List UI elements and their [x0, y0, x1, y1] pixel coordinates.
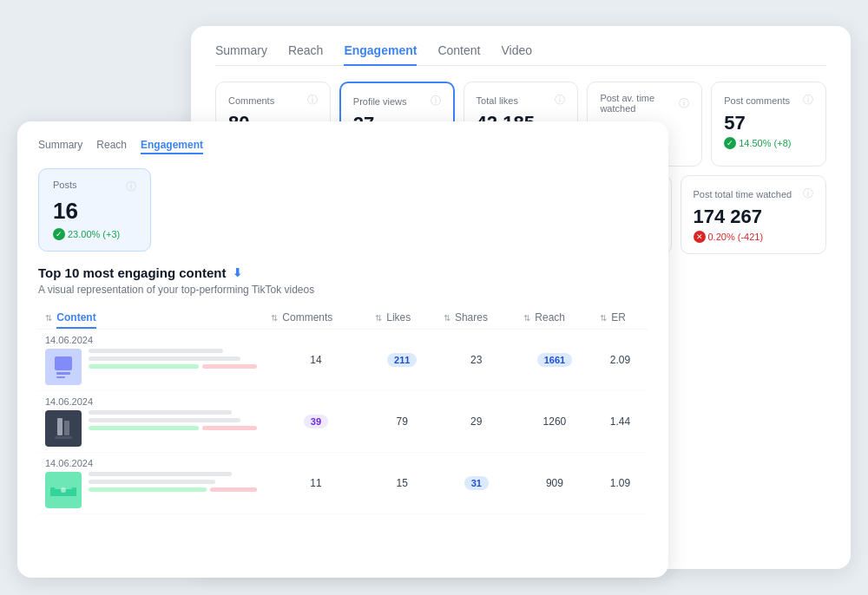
info-icon[interactable]: ⓘ: [126, 180, 136, 194]
front-tab-engagement[interactable]: Engagement: [141, 139, 203, 154]
reach-cell: 1260: [516, 391, 593, 453]
content-cell: 14.06.2024: [38, 453, 264, 514]
front-tab-summary[interactable]: Summary: [38, 139, 82, 154]
metric-value: 57: [724, 113, 813, 134]
tab-bar: Summary Reach Engagement Content Video: [215, 43, 826, 66]
th-content[interactable]: ⇅ Content: [38, 306, 264, 330]
change-dot: ✓: [724, 137, 736, 149]
er-cell: 1.44: [593, 391, 648, 453]
likes-cell: 15: [368, 453, 437, 514]
shares-cell: 31: [437, 453, 516, 514]
download-icon[interactable]: ⬇: [233, 266, 242, 279]
comments-cell: 39: [264, 391, 368, 453]
likes-cell: 79: [368, 391, 437, 453]
svg-rect-4: [64, 421, 69, 435]
th-shares[interactable]: ⇅ Shares: [437, 306, 516, 330]
tab-summary[interactable]: Summary: [215, 43, 267, 66]
info-icon[interactable]: ⓘ: [679, 96, 689, 111]
svg-rect-3: [57, 418, 62, 435]
front-tab-bar: Summary Reach Engagement: [38, 139, 648, 154]
table-row: 14.06.2024: [38, 391, 648, 453]
content-table: ⇅ Content ⇅ Comments ⇅ Likes ⇅ Shares ⇅: [38, 306, 648, 514]
change-dot: ✕: [694, 231, 706, 243]
posts-label: Posts: [53, 180, 77, 194]
tab-reach[interactable]: Reach: [288, 43, 323, 66]
content-cell: 14.06.2024: [38, 330, 264, 391]
svg-rect-1: [56, 372, 70, 375]
th-reach[interactable]: ⇅ Reach: [516, 306, 593, 330]
metric-value: 174 267: [694, 206, 814, 227]
info-icon[interactable]: ⓘ: [307, 93, 318, 108]
tab-content[interactable]: Content: [437, 43, 480, 66]
info-icon[interactable]: ⓘ: [803, 93, 813, 108]
svg-rect-5: [55, 436, 72, 439]
metric-post-total-time: Post total time watched ⓘ 174 267 ✕ 0.20…: [681, 175, 827, 254]
shares-cell: 29: [437, 391, 516, 453]
front-tab-reach[interactable]: Reach: [96, 139, 127, 154]
table-row: 14.06.2024: [38, 330, 648, 391]
reach-cell: 909: [516, 453, 593, 514]
th-comments[interactable]: ⇅ Comments: [264, 306, 368, 330]
posts-value: 16: [53, 198, 136, 225]
svg-rect-2: [56, 376, 65, 378]
metric-post-comments: Post comments ⓘ 57 ✓ 14.50% (+8): [711, 82, 826, 167]
er-cell: 1.09: [593, 453, 648, 514]
posts-metric-card: Posts ⓘ 16 ✓ 23.00% (+3): [38, 168, 151, 252]
er-cell: 2.09: [593, 330, 648, 391]
info-icon[interactable]: ⓘ: [555, 93, 565, 108]
section-subtitle: A visual representation of your top-perf…: [38, 284, 648, 296]
info-icon[interactable]: ⓘ: [803, 186, 813, 201]
change-dot: ✓: [53, 228, 65, 240]
comments-cell: 11: [264, 453, 368, 514]
th-likes[interactable]: ⇅ Likes: [368, 306, 437, 330]
shares-cell: 23: [437, 330, 516, 391]
svg-point-8: [61, 487, 66, 493]
content-panel: Summary Reach Engagement Posts ⓘ 16 ✓ 23…: [17, 121, 668, 578]
tab-video[interactable]: Video: [501, 43, 532, 66]
info-icon[interactable]: ⓘ: [431, 94, 441, 108]
thumbnail: [45, 349, 82, 385]
reach-cell: 1661: [516, 330, 593, 391]
section-title: Top 10 most engaging content ⬇: [38, 265, 648, 280]
thumbnail: [45, 472, 82, 508]
thumbnail: [45, 410, 82, 447]
th-er[interactable]: ⇅ ER: [593, 306, 648, 330]
likes-cell: 211: [368, 330, 437, 391]
metric-change: ✕ 0.20% (-421): [694, 231, 814, 243]
comments-cell: 14: [264, 330, 368, 391]
table-row: 14.06.2024: [38, 453, 648, 514]
content-cell: 14.06.2024: [38, 391, 264, 453]
metric-change: ✓ 14.50% (+8): [724, 137, 813, 149]
tab-engagement[interactable]: Engagement: [344, 43, 417, 66]
posts-change: ✓ 23.00% (+3): [53, 228, 136, 240]
svg-rect-0: [55, 356, 72, 370]
